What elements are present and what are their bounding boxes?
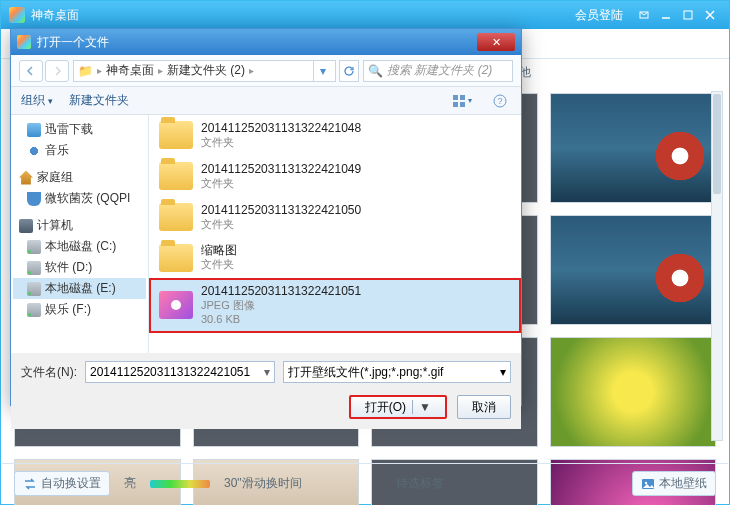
file-open-dialog: 打开一个文件 ✕ 📁 ▸ 神奇桌面 ▸ 新建文件夹 (2) ▸ ▾ 🔍 搜索 新… [10,28,522,406]
wallpaper-thumb[interactable] [550,215,717,325]
filter-select[interactable]: 打开壁纸文件(*.jpg;*.png;*.gif ▾ [283,361,511,383]
breadcrumb[interactable]: 📁 ▸ 神奇桌面 ▸ 新建文件夹 (2) ▸ ▾ [73,60,336,82]
feedback-icon[interactable] [633,6,655,24]
folder-icon [159,203,193,231]
dialog-fields: 文件名(N): 201411252031131322421051 ▾ 打开壁纸文… [11,353,521,391]
folder-icon [159,162,193,190]
tree-downloads[interactable]: 迅雷下载 [13,119,146,140]
filename-input[interactable]: 201411252031131322421051 ▾ [85,361,275,383]
cancel-button[interactable]: 取消 [457,395,511,419]
nav-back-button[interactable] [19,60,43,82]
dialog-close-button[interactable]: ✕ [477,33,515,51]
chevron-down-icon[interactable]: ▾ [500,365,506,379]
scrollbar-thumb[interactable] [713,94,721,194]
breadcrumb-segment[interactable]: 神奇桌面 [106,62,154,79]
tree-drive-d[interactable]: 软件 (D:) [13,257,146,278]
wallpaper-thumb[interactable] [550,337,717,447]
image-icon [641,477,655,491]
file-size: 30.6 KB [201,313,361,327]
image-file-icon [159,291,193,319]
minimize-button[interactable] [655,6,677,24]
chevron-right-icon: ▸ [158,65,163,76]
file-type: JPEG 图像 [201,299,361,313]
new-folder-button[interactable]: 新建文件夹 [69,92,129,109]
file-name: 缩略图 [201,243,237,258]
dialog-toolbar: 组织 新建文件夹 ▾ ? [11,87,521,115]
chevron-right-icon: ▸ [249,65,254,76]
local-wallpaper-button[interactable]: 本地壁纸 [632,471,716,496]
organize-menu[interactable]: 组织 [21,92,53,109]
file-row[interactable]: 201411252031131322421051JPEG 图像30.6 KB [149,278,521,333]
chevron-down-icon[interactable]: ▾ [264,365,270,379]
file-row[interactable]: 201411252031131322421048文件夹 [149,115,521,156]
wallpaper-thumb[interactable] [550,93,717,203]
svg-rect-8 [460,95,465,100]
file-name: 201411252031131322421048 [201,121,361,136]
open-button[interactable]: 打开(O) ▼ [349,395,447,419]
file-list: 201411252031131322421048文件夹2014112520311… [149,115,521,353]
tree-drive-e[interactable]: 本地磁盘 (E:) [13,278,146,299]
drive-icon [27,240,41,254]
app-footer: 自动换设置 亮 30"滑动换时间 待选标签 本地壁纸 [2,463,728,503]
file-name: 201411252031131322421050 [201,203,361,218]
tree-drive-c[interactable]: 本地磁盘 (C:) [13,236,146,257]
svg-text:?: ? [497,96,502,106]
member-login-link[interactable]: 会员登陆 [575,7,623,24]
breadcrumb-dropdown[interactable]: ▾ [313,61,331,81]
svg-rect-10 [460,102,465,107]
maximize-button[interactable] [677,6,699,24]
refresh-button[interactable] [339,60,359,82]
slide-interval-label: 30"滑动换时间 [224,475,302,492]
svg-rect-2 [684,11,692,19]
help-button[interactable]: ? [489,91,511,111]
dialog-body: 迅雷下载 音乐 家庭组 微软菌茨 (QQPI 计算机 本地磁盘 (C:) 软件 … [11,115,521,353]
file-row[interactable]: 201411252031131322421050文件夹 [149,197,521,238]
drive-icon [27,282,41,296]
app-title: 神奇桌面 [31,7,79,24]
search-placeholder: 搜索 新建文件夹 (2) [387,62,492,79]
drive-icon [27,303,41,317]
close-button[interactable] [699,6,721,24]
folder-tree: 迅雷下载 音乐 家庭组 微软菌茨 (QQPI 计算机 本地磁盘 (C:) 软件 … [11,115,149,353]
search-input[interactable]: 🔍 搜索 新建文件夹 (2) [363,60,513,82]
search-icon: 🔍 [368,64,383,78]
dialog-title: 打开一个文件 [37,34,109,51]
swap-icon [23,477,37,491]
dialog-buttons: 打开(O) ▼ 取消 [11,391,521,429]
breadcrumb-root-icon: 📁 [78,64,93,78]
brightness-slider[interactable] [150,480,210,488]
dialog-titlebar: 打开一个文件 ✕ [11,29,521,55]
nav-forward-button[interactable] [45,60,69,82]
music-icon [27,144,41,158]
file-name: 201411252031131322421049 [201,162,361,177]
view-mode-button[interactable]: ▾ [451,91,473,111]
tree-homegroup[interactable]: 家庭组 [13,167,146,188]
svg-rect-9 [453,102,458,107]
file-name: 201411252031131322421051 [201,284,361,299]
file-type: 文件夹 [201,218,361,232]
tree-music[interactable]: 音乐 [13,140,146,161]
file-row[interactable]: 201411252031131322421049文件夹 [149,156,521,197]
dialog-app-icon [17,35,31,49]
file-row[interactable]: 缩略图文件夹 [149,237,521,278]
tree-computer[interactable]: 计算机 [13,215,146,236]
app-logo-icon [9,7,25,23]
tree-drive-f[interactable]: 娱乐 (F:) [13,299,146,320]
auto-switch-button[interactable]: 自动换设置 [14,471,110,496]
tag-label[interactable]: 待选标签 [396,475,444,492]
user-icon [27,192,41,206]
folder-icon [159,244,193,272]
gallery-scrollbar[interactable] [711,91,723,441]
chevron-down-icon[interactable]: ▼ [412,400,431,414]
folder-icon [159,121,193,149]
tree-msn[interactable]: 微软菌茨 (QQPI [13,188,146,209]
brightness-label: 亮 [124,475,136,492]
homegroup-icon [19,171,33,185]
drive-icon [27,261,41,275]
filename-label: 文件名(N): [21,364,77,381]
file-type: 文件夹 [201,136,361,150]
dialog-nav: 📁 ▸ 神奇桌面 ▸ 新建文件夹 (2) ▸ ▾ 🔍 搜索 新建文件夹 (2) [11,55,521,87]
svg-point-6 [645,481,647,483]
file-type: 文件夹 [201,258,237,272]
breadcrumb-segment[interactable]: 新建文件夹 (2) [167,62,245,79]
